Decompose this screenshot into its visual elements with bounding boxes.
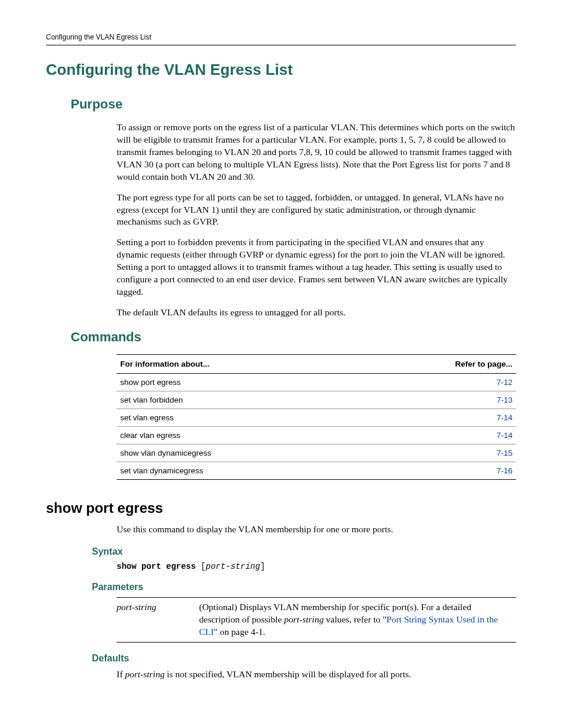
cmd-page-link[interactable]: 7-12 (497, 378, 513, 387)
param-desc: (Optional) Displays VLAN membership for … (199, 597, 516, 642)
table-row: show port egress 7-12 (117, 373, 516, 391)
syntax-bracket-close: ] (260, 562, 265, 571)
cmd-page-link[interactable]: 7-14 (497, 413, 513, 422)
purpose-p4: The default VLAN defaults its egress to … (46, 307, 516, 319)
defaults-em: port-string (125, 669, 164, 679)
cmd-name: set vlan egress (117, 409, 358, 426)
command-desc: Use this command to display the VLAN mem… (46, 523, 516, 536)
page-title: Configuring the VLAN Egress List (46, 61, 516, 79)
syntax-kw: show port egress (117, 562, 196, 571)
cmd-page-link[interactable]: 7-15 (497, 449, 513, 457)
defaults-pre: If (117, 669, 125, 679)
parameters-heading: Parameters (46, 582, 516, 592)
syntax-heading: Syntax (46, 546, 516, 557)
table-row: show vlan dynamicegress 7-15 (117, 444, 516, 462)
cmd-name: set vlan dynamicegress (117, 462, 358, 479)
commands-col1: For information about... (117, 354, 358, 373)
commands-col2: Refer to page... (358, 354, 516, 373)
purpose-p1: To assign or remove ports on the egress … (46, 121, 516, 183)
param-desc-mid: values, refer to " (323, 614, 386, 624)
cmd-name: show vlan dynamicegress (117, 444, 358, 462)
syntax-arg: port-string (206, 562, 260, 571)
purpose-heading: Purpose (46, 97, 516, 112)
defaults-post: is not specified, VLAN membership will b… (164, 669, 411, 679)
cmd-name: show port egress (117, 373, 358, 391)
commands-table: For information about... Refer to page..… (117, 354, 516, 480)
table-row: clear vlan egress 7-14 (117, 426, 516, 444)
table-row: set vlan forbidden 7-13 (117, 391, 516, 409)
table-row: set vlan egress 7-14 (117, 409, 516, 426)
running-head: Configuring the VLAN Egress List (46, 33, 516, 45)
defaults-heading: Defaults (46, 653, 516, 664)
cmd-name: clear vlan egress (117, 426, 358, 444)
cmd-page-link[interactable]: 7-14 (497, 431, 513, 440)
commands-heading: Commands (46, 330, 516, 345)
syntax-block: show port egress [port-string] (46, 562, 516, 571)
parameters-table: port-string (Optional) Displays VLAN mem… (117, 597, 516, 643)
defaults-text: If port-string is not specified, VLAN me… (46, 668, 516, 681)
param-desc-em: port-string (284, 614, 323, 624)
syntax-bracket-open: [ (196, 562, 206, 571)
table-row: port-string (Optional) Displays VLAN mem… (117, 597, 516, 642)
cmd-name: set vlan forbidden (117, 391, 358, 409)
table-row: set vlan dynamicegress 7-16 (117, 462, 516, 479)
cmd-page-link[interactable]: 7-13 (497, 396, 513, 404)
purpose-p3: Setting a port to forbidden prevents it … (46, 236, 516, 298)
param-desc-post: " on page 4-1. (214, 627, 265, 637)
command-heading: show port egress (46, 500, 516, 516)
param-name: port-string (117, 597, 199, 642)
cmd-page-link[interactable]: 7-16 (497, 466, 513, 475)
purpose-p2: The port egress type for all ports can b… (46, 192, 516, 229)
